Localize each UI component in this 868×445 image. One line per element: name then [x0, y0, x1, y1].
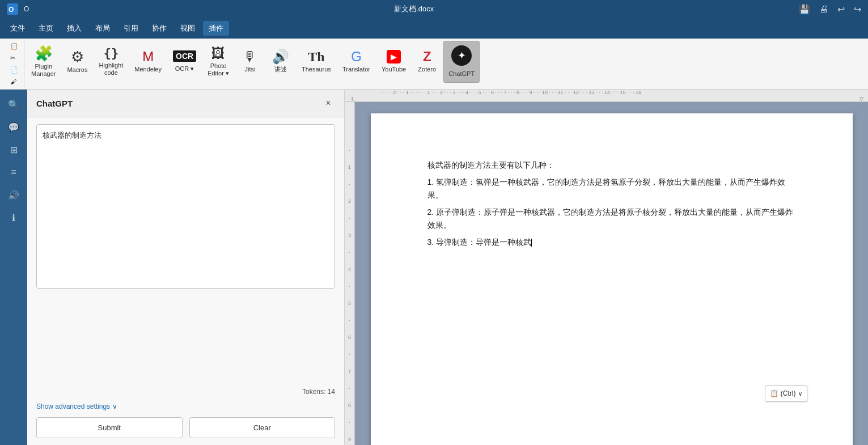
menu-item-references[interactable]: 引用	[118, 21, 144, 36]
zotero-label: Zotero	[418, 66, 436, 73]
plugin-manager-icon: 🧩	[35, 46, 53, 61]
sidebar-item-list[interactable]: ≡	[3, 162, 24, 183]
print-icon[interactable]: 🖨	[819, 4, 828, 14]
doc-para-3: 2. 原子弹制造：原子弹是一种核武器，它的制造方法是将原子核分裂，释放出大量的能…	[427, 206, 796, 231]
tokens-label: Tokens: 14	[302, 388, 335, 396]
panel-body: 核武器的制造方法 Tokens: 14 Show advanced settin…	[27, 117, 344, 445]
jitsi-icon: 🎙	[243, 50, 257, 63]
v-tick-6: 3	[348, 232, 351, 238]
jitsi-label: Jitsi	[244, 66, 255, 73]
v-tick-3: ·	[349, 181, 350, 187]
app-logo: O	[7, 3, 18, 15]
ruler-content: L · · · · 2 · · · 1 · · · · · · 1 · · · …	[349, 90, 863, 101]
action-buttons: Submit Clear	[36, 417, 335, 438]
sidebar-item-comment[interactable]: 💬	[3, 117, 24, 137]
highlight-code-label: Highlightcode	[99, 62, 123, 77]
textarea-container: 核武器的制造方法	[36, 124, 335, 381]
menu-item-view[interactable]: 视图	[175, 21, 201, 36]
cut-icon: ✂	[10, 54, 15, 62]
ruler-triangle: ▽	[859, 96, 863, 101]
paste-tooltip[interactable]: 📋 (Ctrl) ∨	[765, 385, 807, 402]
menu-item-layout[interactable]: 布局	[90, 21, 116, 36]
chatgpt-label: ChatGPT	[448, 70, 475, 78]
tokens-row: Tokens: 14	[36, 388, 335, 396]
menu-item-collaborate[interactable]: 协作	[146, 21, 172, 36]
v-tick-18: 9	[348, 436, 351, 442]
menu-item-plugins[interactable]: 插件	[203, 21, 229, 36]
chatgpt-button[interactable]: ✦ ChatGPT	[443, 41, 480, 83]
jiangshu-icon: 🔊	[272, 50, 289, 63]
photo-editor-button[interactable]: 🖼 PhotoEditor ▾	[203, 41, 234, 83]
copy-button[interactable]: 📄	[7, 65, 22, 75]
translator-button[interactable]: G Translator	[338, 41, 375, 83]
macros-button[interactable]: ⚙ Macros	[62, 41, 92, 83]
highlight-code-icon: {}	[104, 47, 119, 60]
plugin-manager-button[interactable]: 🧩 PluginManager	[27, 41, 60, 83]
doc-scroll[interactable]: 核武器的制造方法主要有以下几种： 1. 氢弹制造：氢弹是一种核武器，它的制造方法…	[355, 102, 868, 445]
submit-button[interactable]: Submit	[36, 417, 183, 438]
chat-textarea[interactable]: 核武器的制造方法	[36, 124, 335, 289]
sidebar-item-audio[interactable]: 🔊	[3, 185, 24, 205]
v-tick-9: ·	[349, 283, 350, 289]
doc-para-1: 核武器的制造方法主要有以下几种：	[427, 159, 796, 171]
v-tick-10: 5	[348, 300, 351, 306]
jiangshu-button[interactable]: 🔊 讲述	[266, 41, 295, 83]
panel-close-button[interactable]: ×	[321, 96, 335, 110]
text-cursor	[531, 239, 532, 247]
format-paint-button[interactable]: 🖌	[7, 77, 22, 87]
v-tick-5: ·	[349, 215, 350, 221]
mendeley-button[interactable]: M Mendeley	[130, 41, 166, 83]
ocr-button[interactable]: OCR OCR ▾	[168, 41, 201, 83]
menu-bar: 文件 主页 插入 布局 引用 协作 视图 插件	[0, 18, 868, 39]
v-tick-15: ·	[349, 385, 350, 391]
plugin-manager-label: PluginManager	[31, 63, 56, 78]
v-tick-1: ·	[349, 147, 350, 153]
sidebar-item-info[interactable]: ℹ	[3, 207, 24, 228]
doc-para-4: 3. 导弹制造：导弹是一种核武	[427, 236, 796, 248]
macros-label: Macros	[67, 66, 87, 74]
jitsi-button[interactable]: 🎙 Jitsi	[236, 41, 264, 83]
ocr-icon: OCR	[173, 50, 196, 62]
thesaurus-button[interactable]: Th Thesaurus	[297, 41, 336, 83]
v-tick-4: 2	[348, 198, 351, 204]
v-tick-16: 8	[348, 402, 351, 408]
mendeley-icon: M	[142, 50, 154, 63]
app-name: O	[24, 5, 29, 13]
advanced-settings-row[interactable]: Show advanced settings ∨	[36, 402, 335, 410]
undo-icon[interactable]: ↩	[837, 4, 845, 15]
youtube-button[interactable]: ▶ YouTube	[377, 41, 410, 83]
sidebar-item-table[interactable]: ⊞	[3, 139, 24, 160]
redo-icon[interactable]: ↪	[854, 4, 861, 15]
translator-icon: G	[351, 50, 362, 63]
v-tick-13: ·	[349, 351, 350, 357]
jiangshu-label: 讲述	[274, 66, 287, 73]
highlight-code-button[interactable]: {} Highlightcode	[94, 41, 128, 83]
vertical-ruler: · 1 · 2 · 3 · 4 · 5 · 6 · 7 · 8 ·	[345, 102, 355, 445]
save-icon[interactable]: 💾	[799, 4, 810, 15]
v-tick-2: 1	[348, 164, 351, 170]
menu-item-insert[interactable]: 插入	[61, 21, 87, 36]
format-paint-icon: 🖌	[10, 78, 16, 85]
zotero-button[interactable]: Z Zotero	[413, 41, 441, 83]
menu-item-home[interactable]: 主页	[33, 21, 59, 36]
window-title: 新文档.docx	[394, 4, 434, 14]
menu-item-file[interactable]: 文件	[5, 21, 31, 36]
cut-button[interactable]: ✂	[7, 53, 22, 63]
svg-text:O: O	[9, 6, 14, 14]
document-page[interactable]: 核武器的制造方法主要有以下几种： 1. 氢弹制造：氢弹是一种核武器，它的制造方法…	[371, 113, 853, 445]
paste-tooltip-text: (Ctrl)	[781, 388, 796, 399]
clear-button[interactable]: Clear	[189, 417, 336, 438]
sidebar-item-search[interactable]: 🔍	[3, 94, 24, 115]
advanced-settings-label: Show advanced settings	[36, 402, 110, 410]
paste-tooltip-arrow: ∨	[798, 389, 802, 399]
youtube-label: YouTube	[382, 66, 406, 73]
ribbon: 📋 ✂ 📄 🖌 🧩 PluginManager ⚙ Macros {} High…	[0, 39, 868, 90]
main-layout: 🔍 💬 ⊞ ≡ 🔊 ℹ ChatGPT × 核武器的制造方法 Tokens: 1…	[0, 90, 868, 445]
youtube-icon: ▶	[387, 50, 401, 63]
clipboard-group: 📋 ✂ 📄 🖌	[7, 41, 22, 87]
left-sidebar: 🔍 💬 ⊞ ≡ 🔊 ℹ	[0, 90, 27, 445]
paste-button[interactable]: 📋	[7, 41, 22, 52]
doc-area: L · · · · 2 · · · 1 · · · · · · 1 · · · …	[345, 90, 868, 445]
v-tick-7: ·	[349, 249, 350, 255]
v-tick-8: 4	[348, 266, 351, 272]
